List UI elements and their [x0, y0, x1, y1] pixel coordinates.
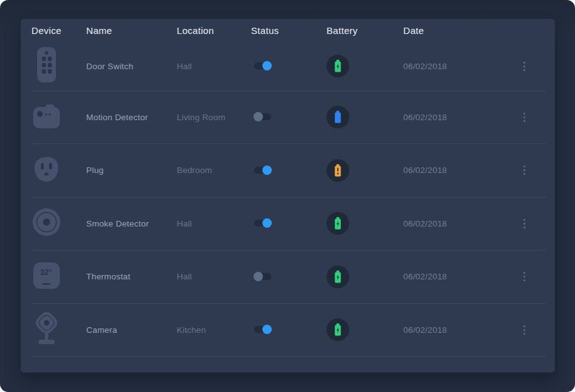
battery-icon: [327, 266, 349, 288]
device-name: Door Switch: [86, 62, 177, 71]
status-toggle[interactable]: [254, 62, 271, 69]
toggle-knob: [262, 325, 272, 334]
svg-text:32°: 32°: [40, 268, 52, 277]
devices-table-card: Device Name Location Status Battery Date…: [21, 19, 555, 372]
more-options-icon[interactable]: [521, 216, 528, 231]
toggle-knob: [262, 218, 272, 228]
device-name: Plug: [86, 165, 177, 175]
battery-icon: [327, 318, 349, 341]
toggle-knob: [262, 61, 272, 70]
table-row: Camera Kitchen 06/02/2018: [31, 304, 546, 357]
more-options-icon[interactable]: [521, 59, 528, 74]
table-row: Smoke Detector Hall 06/02/2018: [31, 198, 546, 251]
status-toggle[interactable]: [254, 220, 271, 227]
column-header-battery: Battery: [327, 25, 403, 36]
camera-icon: [31, 311, 62, 345]
device-name: Camera: [86, 325, 177, 335]
table-row: Door Switch Hall 06/02/2018: [31, 42, 546, 91]
device-name: Motion Detector: [86, 113, 177, 122]
device-name: Smoke Detector: [86, 219, 177, 228]
device-date: 06/02/2018: [403, 62, 502, 71]
battery-icon: [327, 55, 349, 77]
device-location: Hall: [177, 272, 251, 281]
table-body: Door Switch Hall 06/02/2018 Motion Detec…: [31, 42, 555, 357]
thermostat-icon: 32°: [31, 262, 62, 289]
device-date: 06/02/2018: [403, 113, 502, 122]
device-location: Bedroom: [177, 165, 251, 175]
column-header-date: Date: [403, 25, 511, 36]
device-date: 06/02/2018: [403, 272, 502, 281]
device-location: Living Room: [177, 113, 251, 122]
smoke-detector-icon: [31, 208, 62, 237]
device-date: 06/02/2018: [403, 325, 502, 335]
status-toggle[interactable]: [254, 167, 271, 174]
smart-home-screen: Device Name Location Status Battery Date…: [0, 0, 575, 392]
plug-icon: [31, 155, 62, 183]
table-row: Plug Bedroom 06/02/2018: [31, 144, 546, 198]
status-toggle[interactable]: [254, 326, 271, 333]
more-options-icon[interactable]: [521, 269, 528, 284]
column-header-location: Location: [177, 25, 251, 36]
more-options-icon[interactable]: [521, 110, 528, 125]
device-date: 06/02/2018: [403, 165, 502, 175]
column-header-status: Status: [251, 25, 327, 36]
device-location: Kitchen: [177, 325, 251, 335]
device-date: 06/02/2018: [403, 219, 502, 228]
toggle-knob: [262, 165, 272, 175]
more-options-icon[interactable]: [521, 163, 528, 177]
battery-icon: [327, 106, 349, 128]
toggle-knob: [254, 112, 263, 121]
column-header-name: Name: [86, 25, 177, 36]
table-row: Motion Detector Living Room 06/02/2018: [31, 91, 546, 145]
battery-icon: [327, 212, 349, 235]
toggle-knob: [254, 272, 263, 281]
door-switch-icon: [31, 47, 62, 83]
more-options-icon[interactable]: [521, 323, 528, 337]
table-row: 32° Thermostat Hall 06/02/2018: [31, 250, 546, 304]
status-toggle[interactable]: [254, 273, 271, 280]
battery-icon: [327, 159, 349, 182]
device-location: Hall: [177, 219, 251, 228]
motion-detector-icon: [31, 101, 62, 130]
device-name: Thermostat: [86, 272, 177, 281]
device-location: Hall: [177, 62, 251, 71]
table-header: Device Name Location Status Battery Date: [31, 19, 555, 42]
column-header-device: Device: [31, 25, 86, 36]
status-toggle[interactable]: [254, 113, 271, 120]
